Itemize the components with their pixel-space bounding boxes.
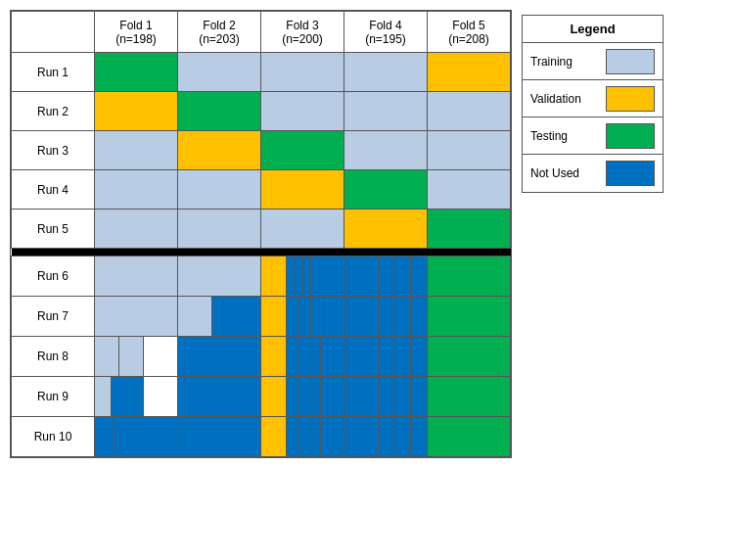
cell <box>428 53 511 92</box>
empty-header <box>12 12 95 53</box>
cell <box>428 377 511 417</box>
run-label: Run 6 <box>12 257 95 297</box>
run-label: Run 5 <box>12 210 95 249</box>
cell <box>178 131 261 170</box>
cell <box>95 53 178 92</box>
table-row: Run 8 <box>12 337 511 377</box>
separator-row <box>12 249 511 257</box>
cell <box>178 417 261 457</box>
cell <box>261 131 344 170</box>
legend-item-not-used: Not Used <box>523 155 663 192</box>
cell <box>344 297 428 337</box>
legend-color-testing <box>606 123 655 149</box>
cell <box>428 92 511 131</box>
cell <box>95 257 178 297</box>
legend: Legend Training Validation Testing Not U… <box>522 15 664 193</box>
cell <box>261 297 344 337</box>
cell <box>261 417 344 457</box>
header-row: Fold 1(n=198) Fold 2(n=203) Fold 3(n=200… <box>12 12 511 53</box>
cell <box>261 257 344 297</box>
cell <box>95 170 178 210</box>
run-label: Run 3 <box>12 131 95 170</box>
cell <box>178 210 261 249</box>
cell <box>95 297 178 337</box>
legend-color-not-used <box>606 161 655 186</box>
table-row: Run 7 <box>12 297 511 337</box>
run-label: Run 4 <box>12 170 95 210</box>
cell <box>95 417 178 457</box>
table-row: Run 9 <box>12 377 511 417</box>
cell <box>344 417 428 457</box>
cell <box>261 53 344 92</box>
table-container: Fold 1(n=198) Fold 2(n=203) Fold 3(n=200… <box>10 10 512 458</box>
fold4-header: Fold 4(n=195) <box>344 12 428 53</box>
main-container: Fold 1(n=198) Fold 2(n=203) Fold 3(n=200… <box>10 10 664 550</box>
legend-title: Legend <box>523 16 663 43</box>
cell <box>428 417 511 457</box>
cell <box>344 337 428 377</box>
cross-validation-table: Fold 1(n=198) Fold 2(n=203) Fold 3(n=200… <box>11 11 511 457</box>
cell <box>261 337 344 377</box>
separator <box>12 249 511 257</box>
run-label: Run 10 <box>12 417 95 457</box>
cell <box>95 210 178 249</box>
cell <box>178 257 261 297</box>
legend-color-validation <box>606 86 655 112</box>
cell <box>178 92 261 131</box>
cell <box>178 53 261 92</box>
cell <box>428 337 511 377</box>
fold3-header: Fold 3(n=200) <box>261 12 344 53</box>
legend-label-validation: Validation <box>530 92 606 106</box>
cell <box>344 53 428 92</box>
table-row: Run 2 <box>12 92 511 131</box>
cell <box>344 257 428 297</box>
legend-label-not-used: Not Used <box>530 166 606 180</box>
fold2-header: Fold 2(n=203) <box>178 12 261 53</box>
cell <box>428 170 511 210</box>
cell <box>178 377 261 417</box>
cell <box>261 92 344 131</box>
cell <box>261 377 344 417</box>
cell <box>428 131 511 170</box>
run-label: Run 7 <box>12 297 95 337</box>
table-row: Run 1 <box>12 53 511 92</box>
table-row: Run 3 <box>12 131 511 170</box>
table-row: Run 6 <box>12 257 511 297</box>
cell <box>344 131 428 170</box>
table-row: Run 4 <box>12 170 511 210</box>
legend-color-training <box>606 49 655 74</box>
run-label: Run 2 <box>12 92 95 131</box>
legend-label-testing: Testing <box>530 129 606 143</box>
cell <box>344 210 428 249</box>
cell <box>261 210 344 249</box>
legend-item-testing: Testing <box>523 117 663 155</box>
legend-item-validation: Validation <box>523 80 663 117</box>
cell <box>344 377 428 417</box>
cell <box>95 92 178 131</box>
table-row: Run 10 <box>12 417 511 457</box>
fold1-header: Fold 1(n=198) <box>95 12 178 53</box>
cell <box>95 337 178 377</box>
cell <box>428 297 511 337</box>
cell <box>344 92 428 131</box>
cell <box>428 257 511 297</box>
cell <box>178 297 261 337</box>
cell <box>178 170 261 210</box>
legend-label-training: Training <box>530 55 606 69</box>
run-label: Run 1 <box>12 53 95 92</box>
cell <box>178 337 261 377</box>
table-row: Run 5 <box>12 210 511 249</box>
legend-item-training: Training <box>523 43 663 80</box>
fold5-header: Fold 5(n=208) <box>428 12 511 53</box>
cell <box>95 377 178 417</box>
run-label: Run 9 <box>12 377 95 417</box>
cell <box>261 170 344 210</box>
cell <box>95 131 178 170</box>
cell <box>344 170 428 210</box>
run-label: Run 8 <box>12 337 95 377</box>
cell <box>428 210 511 249</box>
